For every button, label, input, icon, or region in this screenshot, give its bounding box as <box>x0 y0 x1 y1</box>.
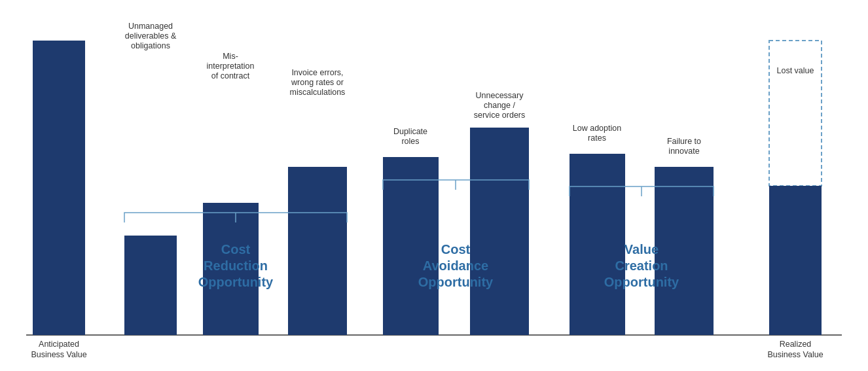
label-anticipated1: Anticipated <box>39 340 79 349</box>
label-realized1: Realized <box>780 340 812 349</box>
label-mis1: Mis- <box>223 52 238 61</box>
label-unc3: service orders <box>474 111 526 120</box>
bar-anticipated <box>33 41 85 335</box>
label-low2: rates <box>588 133 606 143</box>
label-anticipated2: Business Value <box>31 350 86 359</box>
bar-invoice <box>288 167 347 335</box>
bar-duplicate <box>383 157 439 335</box>
label-unmanaged: Unmanaged <box>128 22 173 31</box>
dashed-box-lost-value <box>769 41 822 186</box>
label-cost-avoidance3: Opportunity <box>418 275 494 289</box>
label-dup2: roles <box>401 137 419 146</box>
label-inv3: miscalculations <box>290 88 346 97</box>
label-cost-avoidance2: Avoidance <box>423 258 488 273</box>
label-unmanaged2: deliverables & <box>125 31 177 41</box>
label-cost-reduction1: Cost <box>221 242 251 256</box>
label-value-creation2: Creation <box>615 258 668 273</box>
label-mis2: interpretation <box>207 62 255 71</box>
chart-svg: Unmanaged deliverables & obligations Mis… <box>0 0 868 371</box>
label-value-creation3: Opportunity <box>604 275 679 289</box>
label-dup1: Duplicate <box>393 127 427 136</box>
bar-realized <box>769 186 822 335</box>
bar-failure <box>655 167 714 335</box>
label-inv2: wrong rates or <box>291 78 344 87</box>
label-cost-reduction3: Opportunity <box>198 275 274 289</box>
label-unmanaged3: obligations <box>131 41 170 50</box>
label-unc2: change / <box>484 101 515 110</box>
chart-container: Unmanaged deliverables & obligations Mis… <box>0 0 868 371</box>
label-realized2: Business Value <box>767 350 823 359</box>
label-inv1: Invoice errors, <box>291 68 343 77</box>
label-unc1: Unnecessary <box>476 91 524 100</box>
label-low1: Low adoption <box>573 124 621 133</box>
label-cost-avoidance1: Cost <box>441 242 471 256</box>
bar-unnecessary <box>470 128 529 335</box>
bar-unmanaged <box>124 236 177 335</box>
bar-low-adoption <box>570 154 625 335</box>
label-mis3: of contract <box>211 71 250 80</box>
label-fail1: Failure to <box>667 137 701 146</box>
label-cost-reduction2: Reduction <box>204 258 268 273</box>
label-value-creation1: Value <box>624 242 659 256</box>
label-lost1: Lost value <box>777 66 814 75</box>
label-fail2: innovate <box>668 147 699 156</box>
